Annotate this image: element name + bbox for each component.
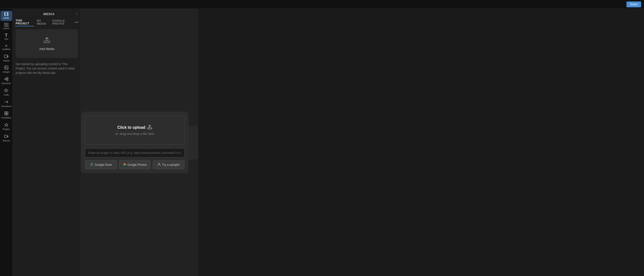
main-canvas-area: Start with a blank canvas 21:9 16:9 1:1 … — [81, 9, 198, 276]
audio-icon — [4, 88, 8, 93]
upload-drag-drop-text: or, drag and drop a file here — [115, 132, 154, 136]
elements-icon — [4, 77, 8, 82]
media-icon: 🎞 — [4, 12, 8, 16]
media-hint-text: Get started by uploading content to This… — [16, 62, 78, 75]
upload-url-input[interactable] — [85, 148, 184, 157]
sidebar-item-images[interactable]: Images — [0, 64, 12, 75]
sidebar-item-audio[interactable]: Audio — [0, 87, 12, 98]
sidebar-item-videos[interactable]: Videos — [0, 53, 12, 64]
svg-rect-11 — [44, 41, 50, 43]
google-drive-icon — [90, 163, 94, 167]
text-icon: T — [5, 33, 8, 37]
sidebar-item-videos-label: Videos — [3, 60, 10, 62]
sidebar-item-text[interactable]: T Text — [0, 32, 12, 42]
sidebar-item-plugins[interactable]: Plugins — [0, 121, 12, 132]
try-sample-button[interactable]: Try a sample! — [152, 160, 184, 169]
videos-icon — [4, 54, 8, 59]
svg-rect-10 — [4, 135, 7, 138]
google-photos-label: Google Photos — [128, 163, 147, 167]
sidebar-item-audio-label: Audio — [4, 94, 9, 96]
upload-source-buttons: Google Drive Google Photos — [81, 160, 188, 173]
svg-point-17 — [159, 163, 160, 165]
sidebar-item-elements-label: Elements — [2, 82, 11, 85]
media-panel-header: MEDIA ‹ — [13, 9, 81, 18]
sidebar-item-text-label: Text — [4, 38, 8, 40]
sidebar-item-transitions[interactable]: Transitions — [0, 98, 12, 109]
media-tabs-container: THIS PROJECT MY MEDIA GOOGLE PHOTOS ••• — [13, 18, 81, 26]
upload-icon-arrow — [147, 125, 152, 130]
svg-rect-8 — [5, 114, 6, 115]
media-panel-content: Add Media Get started by uploading conte… — [13, 26, 81, 276]
images-icon — [4, 65, 8, 70]
media-tabs-more-button[interactable]: ••• — [75, 20, 78, 24]
templates-icon — [4, 111, 8, 116]
svg-rect-4 — [6, 77, 8, 79]
sidebar-item-media[interactable]: 🎞 Media — [0, 11, 12, 21]
upload-panel: Click to upload or, drag and drop a file… — [81, 112, 188, 173]
sidebar-item-layers-label: Layers — [3, 27, 10, 30]
svg-point-16 — [124, 165, 125, 166]
top-bar-right: Share — [626, 1, 641, 7]
upload-drop-zone[interactable]: Click to upload or, drag and drop a file… — [85, 116, 184, 145]
sidebar-item-subtitles-label: Subtitles — [2, 48, 10, 51]
media-panel-close-button[interactable]: ‹ — [76, 12, 78, 16]
add-media-button[interactable]: Add Media — [16, 29, 78, 58]
sidebar-item-record[interactable]: Record — [0, 133, 12, 144]
google-photos-icon — [123, 163, 126, 167]
svg-rect-6 — [5, 112, 6, 113]
sidebar-item-templates-label: Templates — [1, 117, 11, 119]
svg-rect-5 — [6, 79, 8, 81]
tab-this-project[interactable]: THIS PROJECT — [15, 18, 34, 26]
media-panel-title: MEDIA — [22, 12, 76, 16]
tab-my-media[interactable]: MY MEDIA — [36, 18, 50, 26]
sidebar-item-record-label: Record — [3, 140, 10, 142]
svg-point-2 — [5, 66, 6, 67]
sidebar-item-elements[interactable]: Elements — [0, 75, 12, 86]
sidebar-item-layers[interactable]: ⬛ Layers — [0, 21, 12, 31]
upload-icon — [44, 36, 50, 45]
sidebar-item-media-label: Media — [3, 17, 9, 19]
svg-rect-1 — [5, 66, 8, 69]
svg-rect-12 — [148, 128, 152, 129]
google-drive-button[interactable]: Google Drive — [85, 160, 117, 169]
click-to-upload-text: Click to upload — [118, 125, 152, 130]
sidebar-item-transitions-label: Transitions — [1, 105, 12, 108]
sidebar-item-templates[interactable]: Templates — [0, 110, 12, 121]
svg-rect-9 — [6, 114, 8, 115]
svg-rect-7 — [6, 112, 8, 113]
share-button[interactable]: Share — [626, 1, 641, 7]
plugins-icon — [4, 123, 8, 128]
try-sample-label: Try a sample! — [162, 163, 180, 167]
layers-icon: ⬛ — [4, 23, 9, 27]
media-panel: MEDIA ‹ THIS PROJECT MY MEDIA GOOGLE PHO… — [13, 9, 81, 276]
subtitles-icon: ≡ — [5, 44, 7, 48]
upload-click-label: Click to upload — [118, 125, 146, 130]
sidebar-item-images-label: Images — [3, 71, 10, 73]
try-sample-icon — [158, 163, 161, 167]
transitions-icon — [4, 100, 8, 105]
add-media-label: Add Media — [39, 47, 54, 51]
sidebar-item-plugins-label: Plugins — [3, 128, 10, 131]
google-photos-button[interactable]: Google Photos — [119, 160, 151, 169]
record-icon — [4, 134, 8, 139]
icon-sidebar: 🎞 Media ⬛ Layers T Text ≡ Subtitles Vide… — [0, 9, 13, 276]
svg-rect-0 — [4, 55, 7, 58]
tab-google-photos[interactable]: GOOGLE PHOTOS — [52, 18, 75, 26]
canvas-center: Start with a blank canvas 21:9 16:9 1:1 … — [81, 9, 198, 276]
google-drive-label: Google Drive — [95, 163, 112, 167]
sidebar-item-subtitles[interactable]: ≡ Subtitles — [0, 42, 12, 52]
svg-point-3 — [5, 78, 6, 80]
